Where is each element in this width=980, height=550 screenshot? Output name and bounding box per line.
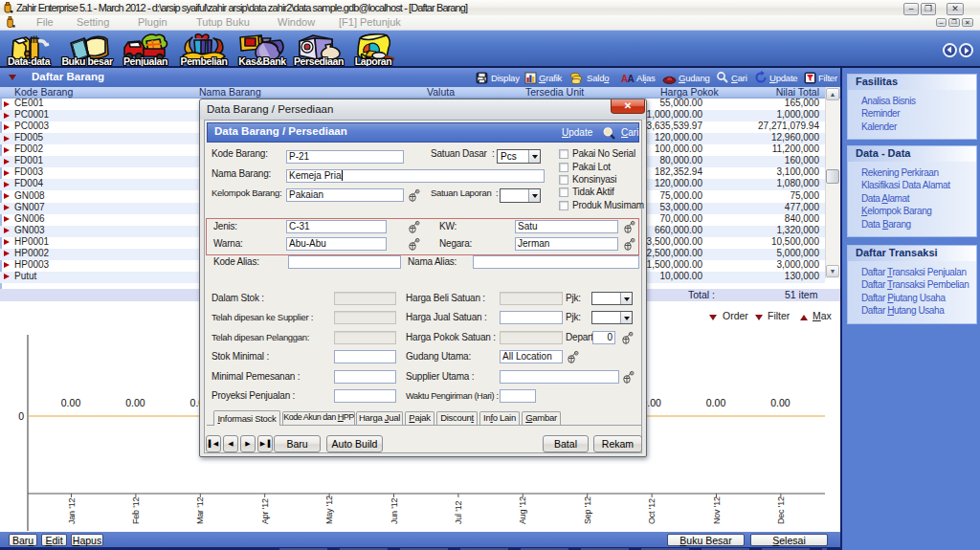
svg-text:Apr '12: Apr '12	[260, 498, 270, 524]
svg-text:Jun '12: Jun '12	[390, 497, 399, 524]
svg-text:Dec '12: Dec '12	[776, 496, 786, 524]
svg-text:Mar '12: Mar '12	[195, 496, 205, 524]
svg-text:0.00: 0.00	[770, 397, 791, 408]
svg-text:Nov '12: Nov '12	[712, 496, 722, 524]
svg-text:0.00: 0.00	[706, 397, 726, 408]
svg-text:May '12: May '12	[324, 495, 334, 524]
svg-text:Feb '12: Feb '12	[131, 496, 141, 524]
svg-text:Jul '12: Jul '12	[454, 500, 463, 524]
svg-text:Aug '12: Aug '12	[518, 496, 527, 524]
svg-text:Oct '12: Oct '12	[647, 498, 657, 524]
svg-text:Sep '12: Sep '12	[583, 496, 592, 524]
svg-text:0: 0	[18, 410, 24, 422]
svg-text:0.00: 0.00	[61, 397, 81, 408]
svg-text:A: A	[628, 74, 635, 84]
svg-text:Jan '12: Jan '12	[67, 497, 77, 524]
svg-text:0.00: 0.00	[125, 397, 145, 408]
